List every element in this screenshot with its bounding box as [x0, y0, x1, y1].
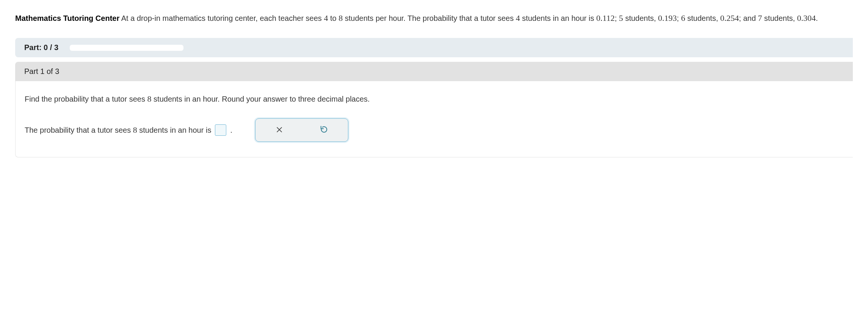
- undo-icon: [320, 126, 328, 135]
- answer-input[interactable]: [215, 124, 226, 136]
- answer-period: .: [230, 126, 232, 135]
- progress-bar: Part: 0 / 3: [15, 38, 853, 57]
- problem-title: Mathematics Tutoring Center: [15, 14, 119, 22]
- answer-prefix: The probability that a tutor sees 8 stud…: [25, 125, 211, 135]
- close-icon: [275, 126, 284, 135]
- clear-button[interactable]: [259, 121, 300, 139]
- progress-track: [70, 45, 183, 51]
- progress-label: Part: 0 / 3: [24, 43, 58, 52]
- part-header-label: Part 1 of 3: [24, 67, 59, 75]
- part-instruction: Find the probability that a tutor sees 8…: [25, 93, 844, 105]
- part-header: Part 1 of 3: [15, 62, 853, 81]
- reset-button[interactable]: [303, 121, 345, 139]
- problem-statement: Mathematics Tutoring Center At a drop-in…: [15, 11, 853, 25]
- part-body: Find the probability that a tutor sees 8…: [15, 81, 853, 157]
- answer-toolbox: [255, 118, 348, 142]
- answer-row: The probability that a tutor sees 8 stud…: [25, 118, 844, 142]
